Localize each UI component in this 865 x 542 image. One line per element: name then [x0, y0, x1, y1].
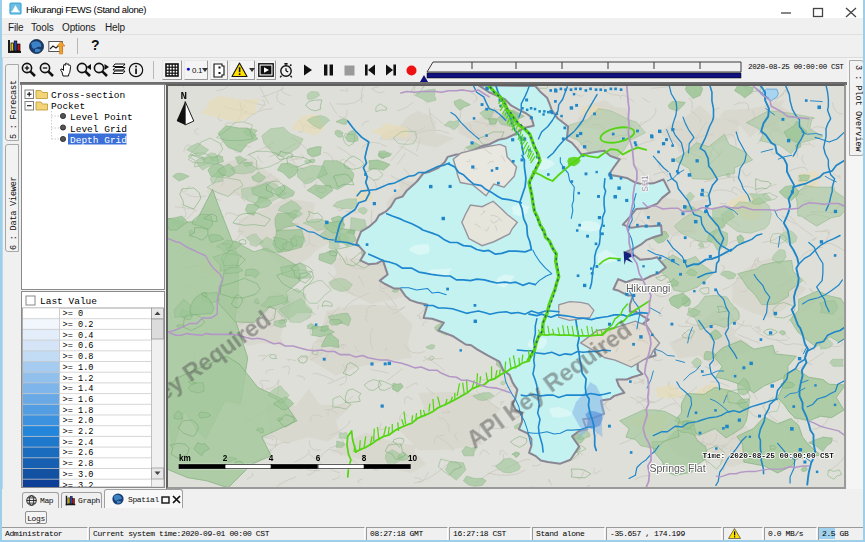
svg-text:>= 3.0: >= 3.0 [63, 470, 94, 480]
svg-text:2: 2 [223, 454, 228, 463]
svg-text:>= 3.2: >= 3.2 [63, 481, 94, 488]
svg-text:>= 1.2: >= 1.2 [63, 374, 94, 384]
svg-text:Last Value: Last Value [40, 296, 97, 307]
svg-text:N: N [181, 90, 188, 102]
svg-text:km: km [179, 454, 191, 463]
svg-text:Time: 2020-08-25 00:00:00 CST: Time: 2020-08-25 00:00:00 CST [703, 452, 835, 460]
svg-text:Level Point: Level Point [70, 112, 133, 123]
svg-text:>= 2.8: >= 2.8 [63, 459, 94, 469]
svg-text:Cross-section: Cross-section [51, 90, 125, 101]
svg-text:>= 2.6: >= 2.6 [63, 448, 94, 458]
svg-text:Level Grid: Level Grid [70, 124, 127, 135]
svg-text:>= 2.0: >= 2.0 [63, 416, 94, 426]
svg-text:>= 0.2: >= 0.2 [63, 320, 94, 330]
svg-text:Pocket: Pocket [51, 101, 85, 112]
svg-text:SH1: SH1 [640, 175, 650, 192]
svg-text:Hikurangi: Hikurangi [626, 282, 671, 294]
svg-text:8: 8 [362, 454, 367, 463]
svg-text:>= 0.6: >= 0.6 [63, 341, 94, 351]
svg-text:>= 2.2: >= 2.2 [63, 427, 94, 437]
svg-text:Depth Grid: Depth Grid [70, 135, 127, 146]
svg-text:>= 0: >= 0 [63, 309, 84, 319]
svg-text:>= 1.8: >= 1.8 [63, 406, 94, 416]
svg-text:10: 10 [408, 454, 418, 463]
svg-text:6: 6 [316, 454, 321, 463]
svg-text:>= 1.4: >= 1.4 [63, 384, 94, 394]
svg-text:Springs Flat: Springs Flat [649, 462, 705, 474]
svg-text:>= 0.8: >= 0.8 [63, 352, 94, 362]
svg-text:>= 1.6: >= 1.6 [63, 395, 94, 405]
svg-text:>= 0.4: >= 0.4 [63, 331, 94, 341]
svg-text:4: 4 [269, 454, 274, 463]
svg-text:>= 1.0: >= 1.0 [63, 363, 94, 373]
svg-text:>= 2.4: >= 2.4 [63, 438, 94, 448]
